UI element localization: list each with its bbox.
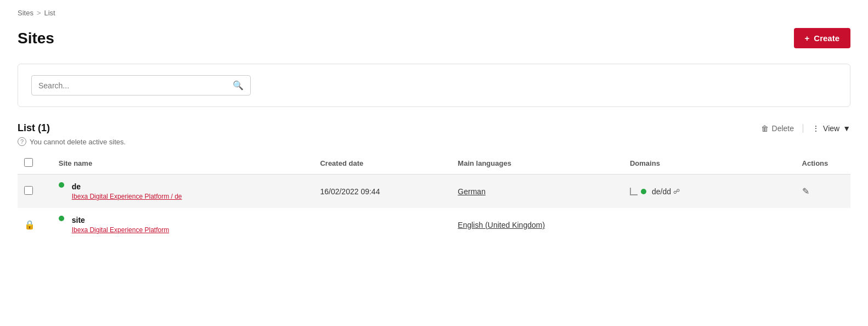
view-grid-icon: ⋮ xyxy=(812,124,820,133)
site-name-main: site xyxy=(72,216,169,224)
lock-icon: 🔒 xyxy=(24,220,35,229)
list-section: List (1) 🗑 Delete ⋮ View ▼ ? You cannot … xyxy=(18,122,850,241)
row-domains-cell xyxy=(623,208,796,241)
table-header-row: Site name Created date Main languages Do… xyxy=(18,153,850,175)
row-actions-cell xyxy=(796,208,850,241)
row-sitename-cell: site Ibexa Digital Experience Platform xyxy=(52,208,314,241)
row-lang-cell: English (United Kingdom) xyxy=(451,208,623,241)
create-icon: + xyxy=(805,33,810,43)
edit-icon[interactable]: ✎ xyxy=(802,187,809,196)
search-input[interactable] xyxy=(38,81,233,90)
domain-name: de/dd xyxy=(652,187,671,196)
row-domains-cell: de/dd ☍ xyxy=(623,175,796,209)
tree-corner-icon xyxy=(630,188,638,195)
table-row: 🔒 site Ibexa Digital Experience Platform xyxy=(18,208,850,241)
site-name-sub[interactable]: Ibexa Digital Experience Platform / de xyxy=(72,193,182,200)
trash-icon: 🗑 xyxy=(761,124,769,133)
status-dot-active xyxy=(59,182,64,188)
page-header: Sites + Create xyxy=(18,28,850,48)
create-button-label: Create xyxy=(814,33,839,43)
language-link[interactable]: German xyxy=(458,187,486,196)
search-input-wrapper: 🔍 xyxy=(31,75,251,95)
col-header-checkbox xyxy=(18,153,52,175)
info-icon: ? xyxy=(18,137,26,146)
create-button[interactable]: + Create xyxy=(794,28,850,48)
domain-tree: de/dd ☍ xyxy=(630,187,680,196)
view-label: View xyxy=(823,124,839,133)
list-header: List (1) 🗑 Delete ⋮ View ▼ xyxy=(18,122,850,134)
status-dot-active xyxy=(59,216,64,221)
col-header-created: Created date xyxy=(313,153,451,175)
col-header-domains: Domains xyxy=(623,153,796,175)
created-date: 16/02/2022 09:44 xyxy=(320,187,380,196)
breadcrumb: Sites > List xyxy=(18,9,850,17)
language-link[interactable]: English (United Kingdom) xyxy=(458,221,545,229)
warning-text: You cannot delete active sites. xyxy=(30,138,126,146)
external-link-icon[interactable]: ☍ xyxy=(673,188,680,195)
search-card: 🔍 xyxy=(18,64,850,107)
list-title: List (1) xyxy=(18,122,50,134)
site-name-main: de xyxy=(72,182,182,191)
list-actions: 🗑 Delete ⋮ View ▼ xyxy=(761,124,850,133)
table-row: de Ibexa Digital Experience Platform / d… xyxy=(18,175,850,209)
row-sitename-cell: de Ibexa Digital Experience Platform / d… xyxy=(52,175,314,209)
search-icon: 🔍 xyxy=(233,80,244,91)
sites-table: Site name Created date Main languages Do… xyxy=(18,153,850,241)
delete-button[interactable]: 🗑 Delete xyxy=(761,124,794,133)
page-title: Sites xyxy=(18,30,54,47)
site-name-info: de Ibexa Digital Experience Platform / d… xyxy=(72,182,182,200)
site-name-info: site Ibexa Digital Experience Platform xyxy=(72,216,169,234)
site-name-sub[interactable]: Ibexa Digital Experience Platform xyxy=(72,226,169,234)
domain-status-dot xyxy=(641,189,646,194)
breadcrumb-separator: > xyxy=(37,9,41,17)
col-header-sitename: Site name xyxy=(52,153,314,175)
col-header-actions: Actions xyxy=(796,153,850,175)
row-created-cell xyxy=(313,208,451,241)
breadcrumb-current: List xyxy=(44,9,55,17)
warning-row: ? You cannot delete active sites. xyxy=(18,137,850,146)
delete-label: Delete xyxy=(772,124,794,133)
select-all-checkbox[interactable] xyxy=(24,158,33,167)
row-lang-cell: German xyxy=(451,175,623,209)
chevron-down-icon: ▼ xyxy=(843,124,850,133)
breadcrumb-root[interactable]: Sites xyxy=(18,9,33,17)
row-checkbox[interactable] xyxy=(24,186,33,195)
view-button[interactable]: ⋮ View ▼ xyxy=(803,124,850,133)
row-actions-cell: ✎ xyxy=(796,175,850,209)
row-checkbox-cell: 🔒 xyxy=(18,208,52,241)
row-created-cell: 16/02/2022 09:44 xyxy=(313,175,451,209)
col-header-languages: Main languages xyxy=(451,153,623,175)
row-checkbox-cell xyxy=(18,175,52,209)
